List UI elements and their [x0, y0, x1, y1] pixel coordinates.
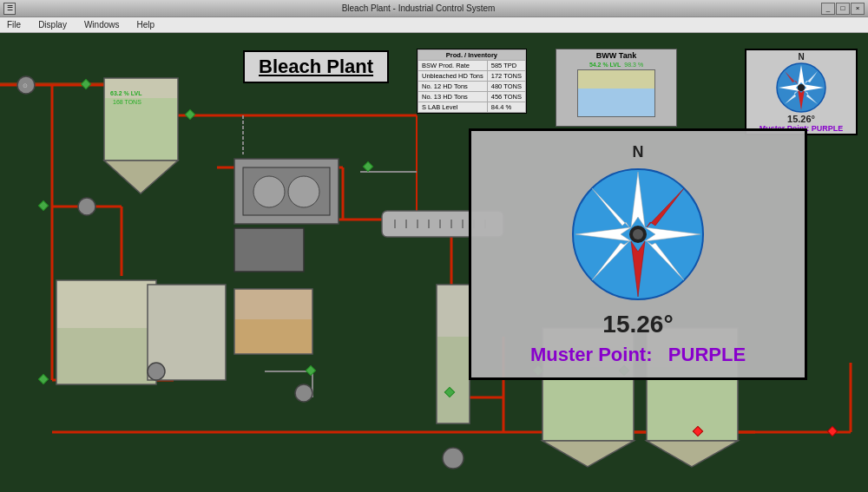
- bww-water-level: [578, 89, 654, 116]
- muster-point-value: PURPLE: [668, 344, 746, 365]
- menu-bar: File Display Windows Help: [0, 17, 868, 33]
- compass-overlay-large[interactable]: N: [469, 128, 807, 380]
- prod-row-3-value: 480 TONS: [487, 82, 525, 92]
- muster-point-large: Muster Point: PURPLE: [530, 344, 746, 366]
- compass-deg-small: 15.26°: [787, 114, 815, 124]
- compass-n-large: N: [633, 143, 644, 161]
- title-bar: ☰ Bleach Plant - Industrial Control Syst…: [0, 0, 868, 17]
- svg-rect-53: [57, 328, 155, 384]
- bww-tank-inner: [577, 69, 655, 117]
- compass-rose-large: [569, 165, 707, 304]
- svg-point-35: [253, 176, 285, 207]
- menu-file[interactable]: File: [3, 20, 24, 30]
- svg-point-65: [295, 384, 312, 402]
- window-controls-left[interactable]: ☰: [3, 3, 16, 15]
- compass-n-small: N: [798, 52, 804, 62]
- minimize-button[interactable]: _: [821, 3, 835, 15]
- svg-rect-51: [437, 337, 469, 423]
- svg-rect-37: [234, 228, 304, 272]
- main-diagram: 63.2 % LVL 168 TONS: [0, 33, 868, 492]
- prod-row-4-value: 456 TONS: [487, 92, 525, 102]
- svg-point-98: [633, 229, 643, 239]
- prod-row-1-label: BSW Prod. Rate: [418, 61, 488, 71]
- window-title: Bleach Plant - Industrial Control System: [16, 3, 821, 13]
- compass-degrees-large: 15.26°: [602, 311, 673, 338]
- svg-point-66: [443, 448, 464, 469]
- prod-table-header: Prod. / Inventory: [418, 50, 526, 61]
- compass-svg-small: [775, 62, 827, 114]
- menu-display[interactable]: Display: [35, 20, 70, 30]
- svg-text:168 TONS: 168 TONS: [113, 99, 141, 105]
- prod-row-5-label: S LAB Level: [418, 102, 488, 113]
- menu-button[interactable]: ☰: [3, 3, 16, 15]
- svg-point-64: [148, 363, 165, 380]
- svg-point-36: [288, 176, 319, 207]
- svg-rect-30: [105, 98, 177, 160]
- compass-rose-small: [775, 62, 827, 114]
- menu-help[interactable]: Help: [134, 20, 159, 30]
- bww-value2: 98.3 %: [624, 62, 643, 68]
- bww-tank-label: BWW Tank: [556, 49, 676, 62]
- prod-row-3-label: No. 12 HD Tons: [418, 82, 488, 92]
- prod-row-2-label: Unbleached HD Tons: [418, 71, 488, 82]
- window-controls-right[interactable]: _ □ ×: [821, 3, 865, 15]
- prod-row-5-value: 84.4 %: [487, 102, 525, 113]
- svg-text:63.2 % LVL: 63.2 % LVL: [110, 90, 142, 96]
- compass-small: N 15.26° Muster Point: PURPLE: [745, 49, 858, 135]
- prod-row-1-value: 585 TPD: [487, 61, 525, 71]
- maximize-button[interactable]: □: [836, 3, 850, 15]
- svg-point-87: [798, 84, 805, 91]
- prod-inventory-table: Prod. / Inventory BSW Prod. Rate 585 TPD…: [417, 49, 527, 114]
- menu-windows[interactable]: Windows: [81, 20, 123, 30]
- bleach-plant-title: Bleach Plant: [243, 50, 389, 83]
- bww-tank: BWW Tank 54.2 % LVL 98.3 %: [556, 49, 677, 127]
- bww-level: 54.2 % LVL: [589, 62, 621, 68]
- prod-row-4-label: No. 13 HD Tons: [418, 92, 488, 102]
- svg-rect-39: [235, 319, 312, 353]
- prod-row-2-value: 172 TONS: [487, 71, 525, 82]
- svg-text:⊙: ⊙: [23, 82, 28, 89]
- compass-svg-large: [569, 165, 707, 304]
- close-button[interactable]: ×: [851, 3, 865, 15]
- svg-point-63: [78, 198, 95, 215]
